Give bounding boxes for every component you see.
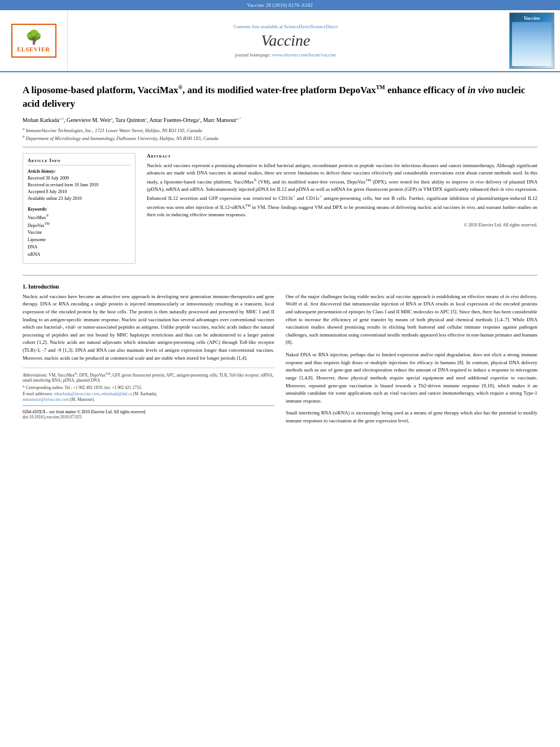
tel-info: Tel.: +1 902 492 1819; fax: +1 902 421 2…	[64, 385, 142, 390]
doi-line: doi:10.1016/j.vaccine.2010.07.025	[23, 414, 274, 420]
article-info-title: Article Info	[28, 158, 130, 165]
journal-homepage: journal homepage: www.elsevier.com/locat…	[235, 52, 336, 58]
sciencedirect-line: Contents lists available at ScienceDirec…	[234, 24, 338, 29]
abbreviations-line: Abbreviations: VM, VacciMax®; DPX, DepoV…	[23, 372, 274, 383]
header-center: Contents lists available at ScienceDirec…	[68, 10, 504, 71]
authors-line: Mohan Karkadaa,b, Genevieve M. Weira, Ta…	[23, 116, 537, 123]
keyword-3: Vaccine	[28, 229, 130, 237]
cover-title: Vaccine	[524, 15, 540, 21]
article-info-box: Article Info Article history: Received 3…	[23, 153, 135, 264]
main-content: A liposome-based platform, VacciMax®, an…	[0, 72, 560, 436]
keyword-6: siRNA	[28, 251, 130, 259]
received-date: Received 30 July 2009	[28, 175, 130, 182]
abbreviations-text: VM, VacciMax®; DPX, DepoVaxTM; GFP, gree…	[23, 373, 274, 383]
article-info-col: Article Info Article history: Received 3…	[23, 153, 135, 269]
body-left-col: Nucleic acid vaccines have become an att…	[23, 293, 274, 425]
article-title: A liposome-based platform, VacciMax®, an…	[23, 84, 537, 111]
intro-right-text-2: Naked DNA or RNA injection, perhaps due …	[286, 351, 537, 405]
section-title-text: Introduction	[28, 283, 59, 290]
journal-cover: Vaccine	[504, 10, 560, 71]
keyword-5: DNA	[28, 244, 130, 251]
email1-alt[interactable]: mkarkada@dal.ca	[102, 391, 132, 396]
intro-right-text-3: Small interfering RNA (siRNA) is increas…	[286, 409, 537, 425]
copyright-line: © 2010 Elsevier Ltd. All rights reserved…	[147, 222, 537, 228]
divider-1	[23, 147, 537, 147]
affiliation-b: b Department of Microbiology and Immunol…	[23, 134, 537, 141]
email-line: E-mail addresses: mkarkada@invaccine.com…	[23, 391, 274, 396]
intro-left-text: Nucleic acid vaccines have become an att…	[23, 293, 274, 362]
available-date: Available online 23 July 2010	[28, 195, 130, 202]
section-number: 1.	[23, 283, 27, 290]
volume-info: Vaccine 28 (2010) 6176–6182	[247, 2, 313, 8]
keyword-4: Liposome	[28, 237, 130, 244]
abstract-heading: Abstract	[147, 153, 537, 159]
intro-right-text: One of the major challenges facing viabl…	[286, 293, 537, 347]
history-label: Article history:	[28, 169, 130, 174]
elsevier-logo-section: 🌳 ELSEVIER	[0, 10, 68, 71]
tree-icon: 🌳	[25, 29, 42, 45]
keywords-section: Keywords: VacciMax® DepoVaxTM Vaccine Li…	[28, 207, 130, 259]
email-label: E-mail addresses:	[23, 391, 54, 396]
intro-section-title: 1. Introduction	[23, 283, 537, 290]
keywords-label: Keywords:	[28, 207, 130, 212]
corresponding-label: Corresponding author.	[26, 385, 65, 390]
abstract-col: Abstract Nucleic acid vaccines represent…	[147, 153, 537, 269]
top-bar: Vaccine 28 (2010) 6176–6182	[0, 0, 560, 10]
revised-date: Received in revised form 10 June 2010	[28, 182, 130, 189]
vaccine-cover-image: Vaccine	[509, 12, 554, 69]
sciencedirect-text: ScienceDirect	[311, 24, 338, 29]
body-right-col: One of the major challenges facing viabl…	[286, 293, 537, 425]
homepage-url[interactable]: www.elsevier.com/locate/vaccine	[272, 52, 336, 58]
homepage-label: journal homepage:	[235, 52, 271, 58]
affiliation-a: a ImmunoVaccine Technologies, Inc., 1721…	[23, 126, 537, 133]
abbreviations-label: Abbreviations:	[23, 373, 47, 378]
email2[interactable]: mmansour@invaccine.com	[23, 397, 69, 402]
footer-line: 0264-410X/$ – see front matter © 2010 El…	[23, 405, 274, 420]
sciencedirect-link-text[interactable]: ScienceDirect	[284, 24, 311, 29]
accepted-date: Accepted 8 July 2010	[28, 189, 130, 195]
divider-2	[23, 275, 537, 276]
email1[interactable]: mkarkada@invaccine.com	[54, 391, 99, 396]
elsevier-logo: 🌳 ELSEVIER	[11, 24, 56, 58]
abstract-section: Abstract Nucleic acid vaccines represent…	[147, 153, 537, 228]
footnotes-section: Abbreviations: VM, VacciMax®; DPX, DepoV…	[23, 368, 274, 402]
body-content: 1. Introduction Nucleic acid vaccines ha…	[23, 283, 537, 425]
email2-line: mmansour@invaccine.com (M. Mansour).	[23, 397, 274, 402]
journal-header: 🌳 ELSEVIER Contents lists available at S…	[0, 10, 560, 72]
contents-text: Contents lists available at	[234, 24, 283, 29]
body-two-col: Nucleic acid vaccines have become an att…	[23, 293, 537, 425]
issn-line: 0264-410X/$ – see front matter © 2010 El…	[23, 409, 274, 414]
corresponding-author-line: * Corresponding author. Tel.: +1 902 492…	[23, 385, 274, 390]
article-history-section: Article history: Received 30 July 2009 R…	[28, 169, 130, 202]
cover-image	[512, 22, 552, 66]
info-abstract-section: Article Info Article history: Received 3…	[23, 153, 537, 269]
journal-title: Vaccine	[261, 32, 310, 50]
abstract-text: Nucleic acid vaccines represent a promis…	[147, 162, 537, 219]
page-container: Vaccine 28 (2010) 6176–6182 🌳 ELSEVIER C…	[0, 0, 560, 747]
keyword-1: VacciMax®	[28, 213, 130, 221]
elsevier-label: ELSEVIER	[17, 46, 50, 53]
keyword-2: DepoVaxTM	[28, 221, 130, 229]
logo-box: 🌳 ELSEVIER	[11, 24, 56, 58]
